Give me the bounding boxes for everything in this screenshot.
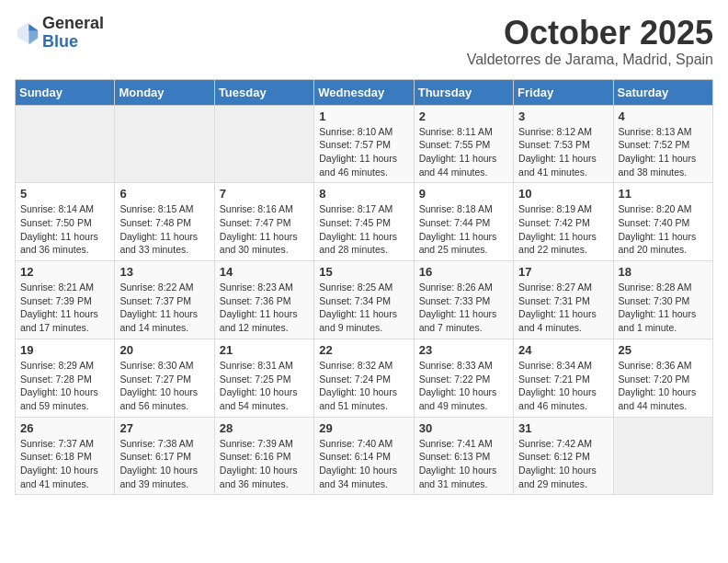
- day-number: 1: [319, 109, 408, 123]
- day-number: 17: [518, 265, 608, 279]
- day-info: Sunrise: 8:30 AM Sunset: 7:27 PM Dayligh…: [119, 359, 209, 413]
- weekday-header-monday: Monday: [115, 79, 214, 105]
- day-info: Sunrise: 7:40 AM Sunset: 6:14 PM Dayligh…: [319, 437, 408, 491]
- day-info: Sunrise: 8:17 AM Sunset: 7:45 PM Dayligh…: [319, 202, 408, 257]
- weekday-header-saturday: Saturday: [613, 79, 712, 105]
- day-number: 11: [619, 187, 708, 201]
- day-number: 24: [518, 343, 608, 357]
- day-number: 12: [20, 265, 109, 279]
- day-number: 13: [119, 265, 209, 279]
- calendar-table: SundayMondayTuesdayWednesdayThursdayFrid…: [15, 79, 713, 496]
- location: Valdetorres de Jarama, Madrid, Spain: [467, 52, 713, 68]
- day-number: 27: [119, 421, 209, 435]
- day-info: Sunrise: 8:19 AM Sunset: 7:42 PM Dayligh…: [518, 202, 608, 257]
- day-info: Sunrise: 8:22 AM Sunset: 7:37 PM Dayligh…: [119, 281, 209, 335]
- calendar-cell: 14Sunrise: 8:23 AM Sunset: 7:36 PM Dayli…: [214, 261, 313, 339]
- calendar-cell: 26Sunrise: 7:37 AM Sunset: 6:18 PM Dayli…: [16, 417, 115, 495]
- day-info: Sunrise: 7:42 AM Sunset: 6:12 PM Dayligh…: [518, 437, 608, 491]
- day-info: Sunrise: 8:33 AM Sunset: 7:22 PM Dayligh…: [419, 359, 508, 413]
- logo-text: General Blue: [42, 15, 104, 52]
- day-info: Sunrise: 8:28 AM Sunset: 7:30 PM Dayligh…: [619, 281, 708, 335]
- calendar-cell: 11Sunrise: 8:20 AM Sunset: 7:40 PM Dayli…: [613, 183, 712, 261]
- calendar-cell: 6Sunrise: 8:15 AM Sunset: 7:48 PM Daylig…: [115, 183, 214, 261]
- day-number: 23: [419, 343, 508, 357]
- day-number: 31: [518, 421, 608, 435]
- calendar-cell: 9Sunrise: 8:18 AM Sunset: 7:44 PM Daylig…: [414, 183, 513, 261]
- weekday-row: SundayMondayTuesdayWednesdayThursdayFrid…: [16, 79, 713, 105]
- day-number: 8: [319, 187, 408, 201]
- calendar-body: 1Sunrise: 8:10 AM Sunset: 7:57 PM Daylig…: [16, 105, 713, 495]
- calendar-cell: 8Sunrise: 8:17 AM Sunset: 7:45 PM Daylig…: [314, 183, 414, 261]
- day-number: 21: [220, 343, 309, 357]
- day-number: 5: [20, 187, 109, 201]
- day-number: 10: [518, 187, 608, 201]
- calendar-cell: 15Sunrise: 8:25 AM Sunset: 7:34 PM Dayli…: [314, 261, 414, 339]
- logo: General Blue: [15, 15, 104, 52]
- day-number: 3: [518, 109, 608, 123]
- day-info: Sunrise: 8:18 AM Sunset: 7:44 PM Dayligh…: [419, 202, 508, 257]
- day-info: Sunrise: 8:10 AM Sunset: 7:57 PM Dayligh…: [319, 125, 408, 179]
- calendar-cell: 20Sunrise: 8:30 AM Sunset: 7:27 PM Dayli…: [115, 339, 214, 417]
- calendar-cell: 12Sunrise: 8:21 AM Sunset: 7:39 PM Dayli…: [16, 261, 115, 339]
- calendar-cell: 30Sunrise: 7:41 AM Sunset: 6:13 PM Dayli…: [414, 417, 513, 495]
- calendar-cell: 25Sunrise: 8:36 AM Sunset: 7:20 PM Dayli…: [613, 339, 712, 417]
- calendar-week-3: 12Sunrise: 8:21 AM Sunset: 7:39 PM Dayli…: [16, 261, 713, 339]
- day-info: Sunrise: 8:12 AM Sunset: 7:53 PM Dayligh…: [518, 125, 608, 179]
- calendar-cell: 29Sunrise: 7:40 AM Sunset: 6:14 PM Dayli…: [314, 417, 414, 495]
- day-info: Sunrise: 8:31 AM Sunset: 7:25 PM Dayligh…: [220, 359, 309, 413]
- calendar-cell: 7Sunrise: 8:16 AM Sunset: 7:47 PM Daylig…: [214, 183, 313, 261]
- calendar-cell: [16, 105, 115, 183]
- day-info: Sunrise: 8:36 AM Sunset: 7:20 PM Dayligh…: [619, 359, 708, 413]
- calendar-week-4: 19Sunrise: 8:29 AM Sunset: 7:28 PM Dayli…: [16, 339, 713, 417]
- day-info: Sunrise: 8:25 AM Sunset: 7:34 PM Dayligh…: [319, 281, 408, 335]
- day-info: Sunrise: 7:38 AM Sunset: 6:17 PM Dayligh…: [119, 437, 209, 491]
- day-number: 16: [419, 265, 508, 279]
- calendar-cell: 4Sunrise: 8:13 AM Sunset: 7:52 PM Daylig…: [613, 105, 712, 183]
- page-header: General Blue October 2025 Valdetorres de…: [15, 15, 713, 68]
- day-number: 4: [619, 109, 708, 123]
- title-block: October 2025 Valdetorres de Jarama, Madr…: [467, 15, 713, 68]
- calendar-cell: 13Sunrise: 8:22 AM Sunset: 7:37 PM Dayli…: [115, 261, 214, 339]
- calendar-cell: [115, 105, 214, 183]
- day-number: 15: [319, 265, 408, 279]
- calendar-cell: 23Sunrise: 8:33 AM Sunset: 7:22 PM Dayli…: [414, 339, 513, 417]
- calendar-week-1: 1Sunrise: 8:10 AM Sunset: 7:57 PM Daylig…: [16, 105, 713, 183]
- day-info: Sunrise: 8:27 AM Sunset: 7:31 PM Dayligh…: [518, 281, 608, 335]
- calendar-cell: [214, 105, 313, 183]
- calendar-cell: 27Sunrise: 7:38 AM Sunset: 6:17 PM Dayli…: [115, 417, 214, 495]
- day-number: 29: [319, 421, 408, 435]
- day-number: 7: [220, 187, 309, 201]
- weekday-header-tuesday: Tuesday: [214, 79, 313, 105]
- calendar-cell: 19Sunrise: 8:29 AM Sunset: 7:28 PM Dayli…: [16, 339, 115, 417]
- day-number: 28: [220, 421, 309, 435]
- svg-marker-2: [28, 24, 38, 30]
- day-info: Sunrise: 7:41 AM Sunset: 6:13 PM Dayligh…: [419, 437, 508, 491]
- day-info: Sunrise: 8:20 AM Sunset: 7:40 PM Dayligh…: [619, 202, 708, 257]
- weekday-header-wednesday: Wednesday: [314, 79, 414, 105]
- day-info: Sunrise: 8:16 AM Sunset: 7:47 PM Dayligh…: [220, 202, 309, 257]
- calendar-cell: 3Sunrise: 8:12 AM Sunset: 7:53 PM Daylig…: [514, 105, 613, 183]
- day-info: Sunrise: 8:15 AM Sunset: 7:48 PM Dayligh…: [119, 202, 209, 257]
- calendar-cell: 21Sunrise: 8:31 AM Sunset: 7:25 PM Dayli…: [214, 339, 313, 417]
- day-info: Sunrise: 8:34 AM Sunset: 7:21 PM Dayligh…: [518, 359, 608, 413]
- day-number: 30: [419, 421, 508, 435]
- calendar-cell: 24Sunrise: 8:34 AM Sunset: 7:21 PM Dayli…: [514, 339, 613, 417]
- calendar-cell: 31Sunrise: 7:42 AM Sunset: 6:12 PM Dayli…: [514, 417, 613, 495]
- day-number: 22: [319, 343, 408, 357]
- day-number: 25: [619, 343, 708, 357]
- weekday-header-friday: Friday: [514, 79, 613, 105]
- calendar-week-2: 5Sunrise: 8:14 AM Sunset: 7:50 PM Daylig…: [16, 183, 713, 261]
- weekday-header-sunday: Sunday: [16, 79, 115, 105]
- calendar-header: SundayMondayTuesdayWednesdayThursdayFrid…: [16, 79, 713, 105]
- logo-icon: [15, 20, 40, 46]
- day-number: 9: [419, 187, 508, 201]
- calendar-cell: 22Sunrise: 8:32 AM Sunset: 7:24 PM Dayli…: [314, 339, 414, 417]
- day-number: 6: [119, 187, 209, 201]
- calendar-cell: 5Sunrise: 8:14 AM Sunset: 7:50 PM Daylig…: [16, 183, 115, 261]
- day-info: Sunrise: 8:29 AM Sunset: 7:28 PM Dayligh…: [20, 359, 109, 413]
- calendar-cell: 2Sunrise: 8:11 AM Sunset: 7:55 PM Daylig…: [414, 105, 513, 183]
- day-info: Sunrise: 8:21 AM Sunset: 7:39 PM Dayligh…: [20, 281, 109, 335]
- day-number: 19: [20, 343, 109, 357]
- weekday-header-thursday: Thursday: [414, 79, 513, 105]
- calendar-cell: 1Sunrise: 8:10 AM Sunset: 7:57 PM Daylig…: [314, 105, 414, 183]
